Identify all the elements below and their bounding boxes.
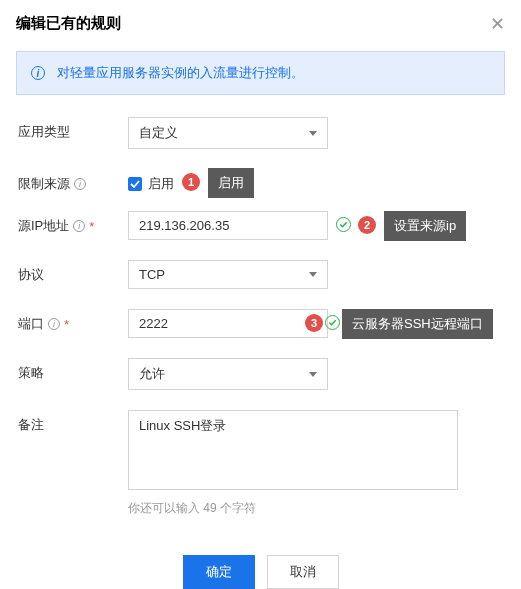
step-badge-2: 2 <box>358 216 376 234</box>
checkbox-enable-label: 启用 <box>148 175 174 193</box>
textarea-remark[interactable] <box>128 410 458 490</box>
tooltip-2: 设置来源ip <box>384 211 466 241</box>
tooltip-1: 启用 <box>208 168 254 198</box>
step-badge-1: 1 <box>182 173 200 191</box>
select-app-type-value: 自定义 <box>139 124 178 142</box>
label-restrict-source: 限制来源 i <box>18 169 128 193</box>
input-port[interactable] <box>128 309 328 338</box>
step-badge-3: 3 <box>305 314 323 332</box>
label-protocol: 协议 <box>18 260 128 284</box>
help-icon[interactable]: i <box>48 318 60 330</box>
modal-title: 编辑已有的规则 <box>16 14 121 33</box>
ok-button[interactable]: 确定 <box>183 555 255 589</box>
chevron-down-icon <box>309 372 317 377</box>
select-protocol[interactable]: TCP <box>128 260 328 289</box>
valid-icon <box>325 315 340 330</box>
input-source-ip[interactable] <box>128 211 328 240</box>
select-protocol-value: TCP <box>139 267 165 282</box>
label-remark: 备注 <box>18 410 128 434</box>
select-app-type[interactable]: 自定义 <box>128 117 328 149</box>
select-policy-value: 允许 <box>139 365 165 383</box>
label-policy: 策略 <box>18 358 128 382</box>
checkbox-enable[interactable] <box>128 177 142 191</box>
required-mark: * <box>89 219 94 234</box>
help-icon[interactable]: i <box>73 220 85 232</box>
tooltip-3: 云服务器SSH远程端口 <box>342 309 493 339</box>
valid-icon <box>336 217 351 232</box>
select-policy[interactable]: 允许 <box>128 358 328 390</box>
chevron-down-icon <box>309 131 317 136</box>
info-text: 对轻量应用服务器实例的入流量进行控制。 <box>57 64 304 82</box>
remark-hint: 你还可以输入 49 个字符 <box>128 500 503 517</box>
info-icon: i <box>31 66 45 80</box>
label-app-type: 应用类型 <box>18 117 128 141</box>
help-icon[interactable]: i <box>74 178 86 190</box>
chevron-down-icon <box>309 272 317 277</box>
cancel-button[interactable]: 取消 <box>267 555 339 589</box>
close-icon[interactable]: ✕ <box>490 15 505 33</box>
label-port: 端口 i * <box>18 309 128 333</box>
required-mark: * <box>64 317 69 332</box>
label-source-ip: 源IP地址 i * <box>18 211 128 235</box>
info-banner: i 对轻量应用服务器实例的入流量进行控制。 <box>16 51 505 95</box>
